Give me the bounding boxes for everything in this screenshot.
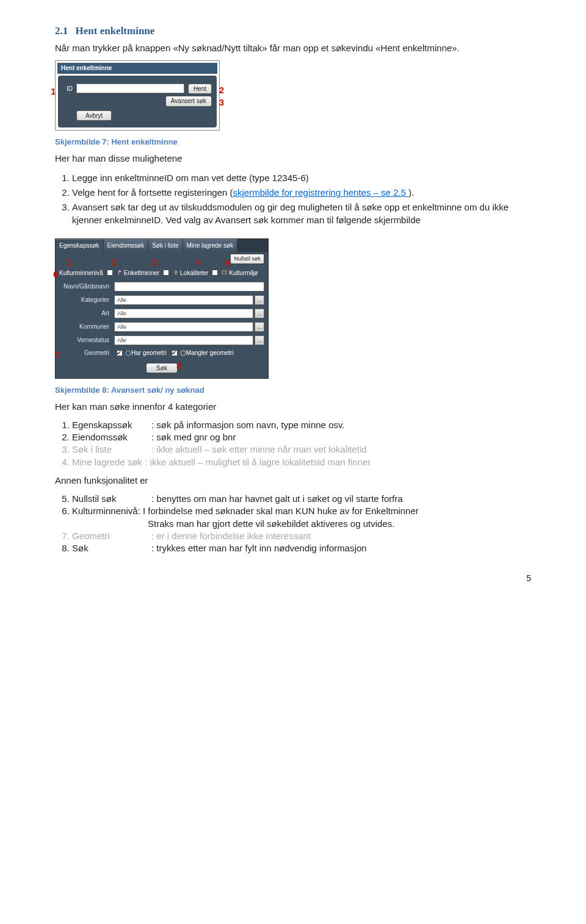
annotation-2: 2 (219, 84, 224, 96)
item-term: Mine lagrede søk (72, 457, 142, 467)
svg-rect-0 (118, 270, 119, 275)
kategorier-select[interactable]: Alle (114, 295, 253, 305)
list-text: ). (408, 187, 414, 198)
checkbox-kulturmiljo[interactable] (212, 270, 218, 276)
mangler-geometri-label: Mangler geometri (186, 349, 234, 357)
window-title: Hent enkeltminne (57, 63, 217, 74)
tab-egenskapssok[interactable]: Egenskapssøk (56, 239, 103, 252)
annotation-7: 7 (54, 349, 59, 361)
vernestatus-dropdown-button[interactable]: … (255, 335, 264, 345)
kulturminneniva-label: Kulturminnenivå (59, 269, 103, 278)
dialog-panel: 1 2 3 ID Hent Avansert søk Avbryt (58, 76, 217, 128)
har-geometri-label: Har geometri (131, 349, 167, 357)
lead-2: Her kan man søke innenfor 4 kategorier (55, 401, 531, 413)
annotation-2: 2 (112, 256, 117, 268)
item-desc: : søk på informasjon som navn, type minn… (151, 420, 345, 430)
list-item: Avansert søk tar deg ut av tilskuddsmodu… (72, 200, 531, 227)
svg-point-5 (181, 351, 186, 356)
sok-button[interactable]: Søk (146, 363, 178, 374)
figure-caption-7: Skjermbilde 7: Hent enkeltminne (55, 137, 531, 148)
figure-caption-8: Skjermbilde 8: Avansert søk/ ny søknad (55, 385, 531, 396)
vernestatus-label: Vernestatus (59, 336, 114, 345)
tab-sok-i-liste[interactable]: Søk i liste (148, 239, 182, 252)
item-desc: : benyttes om man har havnet galt ut i s… (151, 493, 403, 504)
kulturmiljo-label: Kulturmiljø (229, 269, 258, 278)
annotation-3: 3 (219, 96, 224, 109)
annotation-3: 3 (152, 256, 157, 268)
lokaliteter-label: Lokaliteter (180, 269, 208, 278)
geometri-label: Geometri (59, 349, 114, 357)
item-term: Søk i liste (72, 443, 151, 456)
checkbox-har-geometri[interactable] (117, 350, 123, 356)
list-item: Geometri: er i denne forbindelse ikke in… (72, 530, 531, 542)
intro-paragraph: Når man trykker på knappen «Ny søknad/Ny… (55, 42, 531, 54)
item-term: Geometri (72, 530, 151, 542)
item-term: Søk (72, 542, 151, 554)
numbered-list-1: Legge inn enkeltminneID om man vet dette… (72, 171, 531, 227)
screenshot-hent-enkeltminne: Hent enkeltminne 1 2 3 ID Hent Avansert … (55, 60, 220, 131)
kategorier-dropdown-button[interactable]: … (255, 295, 264, 305)
list-item: Søk: trykkes etter man har fylt inn nødv… (72, 542, 531, 554)
item-desc: : ikke aktuell – søk etter minne når man… (151, 444, 367, 454)
navn-label: Navn/Gårdsnavn (59, 282, 114, 291)
page-number: 5 (55, 573, 531, 584)
annotation-1: 1 (67, 256, 71, 268)
heading-title: Hent enkeltminne (76, 25, 155, 37)
avbryt-button[interactable]: Avbryt (76, 110, 112, 121)
annotation-5: 5 (225, 257, 230, 270)
avansert-sok-button[interactable]: Avansert søk (165, 96, 212, 107)
checkbox-lokaliteter[interactable] (163, 270, 169, 276)
id-input[interactable] (76, 84, 184, 93)
art-dropdown-button[interactable]: … (255, 309, 264, 318)
item-desc: : er i denne forbindelse ikke interessan… (151, 531, 311, 541)
empty-globe-icon (180, 350, 186, 356)
item-term: Nullstil søk (72, 493, 151, 505)
navn-input[interactable] (114, 282, 264, 292)
list-item: Kulturminnenivå: I forbindelse med søkna… (72, 505, 531, 530)
area-icon (222, 270, 228, 276)
kommuner-dropdown-button[interactable]: … (255, 322, 264, 332)
numbered-list-3: Nullstil søk: benyttes om man har havnet… (72, 493, 531, 554)
vernestatus-select[interactable]: Alle (114, 335, 253, 345)
list-text: Legge inn enkeltminneID om man vet dette… (72, 173, 309, 183)
tab-mine-lagrede-sok[interactable]: Mine lagrede søk (183, 239, 237, 252)
id-label: ID (67, 85, 73, 93)
tab-bar: Egenskapssøk Eiendomssøk Søk i liste Min… (56, 239, 268, 252)
kommuner-label: Kommuner (59, 323, 114, 331)
item-text: Kulturminnenivå: I forbindelse med søkna… (72, 506, 419, 516)
globe-icon (125, 350, 131, 356)
screenshot-avansert-sok: 1 2 3 4 5 6 7 8 Egenskapssøk Eiendomssøk… (55, 238, 269, 379)
lead-1: Her har man disse mulighetene (55, 152, 531, 165)
svg-point-4 (126, 351, 131, 356)
item-term: Egenskapssøk (72, 419, 151, 431)
annotation-8: 8 (176, 360, 181, 372)
select-value: Alle (117, 323, 126, 331)
link-section-2-5[interactable]: 2.5 (393, 187, 408, 198)
kulturminneniva-row: Kulturminnenivå Enkeltminner Lokaliteter… (56, 267, 268, 281)
list-item: Egenskapssøk: søk på informasjon som nav… (72, 419, 531, 431)
annotation-6: 6 (53, 268, 58, 281)
checkbox-enkeltminner[interactable] (107, 270, 113, 276)
list-item: Nullstil søk: benyttes om man har havnet… (72, 493, 531, 505)
kategorier-label: Kategorier (59, 296, 114, 304)
link-skjermbilde[interactable]: skjermbilde for registrering hentes – se (233, 187, 394, 198)
list-text: Velge hent for å fortsette registeringen… (72, 187, 233, 198)
numbered-list-2: Egenskapssøk: søk på informasjon som nav… (72, 419, 531, 468)
item-desc: : trykkes etter man har fylt inn nødvend… (151, 543, 367, 553)
list-item: Legge inn enkeltminneID om man vet dette… (72, 171, 531, 185)
enkeltminner-label: Enkeltminner (124, 269, 159, 278)
select-value: Alle (117, 296, 126, 304)
location-icon (173, 270, 179, 276)
item-term: Eiendomssøk (72, 431, 151, 443)
art-select[interactable]: Alle (114, 309, 253, 318)
item-desc: : søk med gnr og bnr (151, 432, 236, 442)
nullstil-sok-button[interactable]: Nullstil søk (230, 254, 264, 263)
tab-eiendomssok[interactable]: Eiendomssøk (104, 239, 148, 252)
list-item: Eiendomssøk: søk med gnr og bnr (72, 431, 531, 443)
kommuner-select[interactable]: Alle (114, 322, 253, 332)
checkbox-mangler-geometri[interactable] (172, 350, 178, 356)
select-value: Alle (117, 310, 126, 317)
list-item: Søk i liste: ikke aktuell – søk etter mi… (72, 443, 531, 456)
select-value: Alle (117, 337, 126, 344)
hent-button[interactable]: Hent (188, 84, 212, 95)
